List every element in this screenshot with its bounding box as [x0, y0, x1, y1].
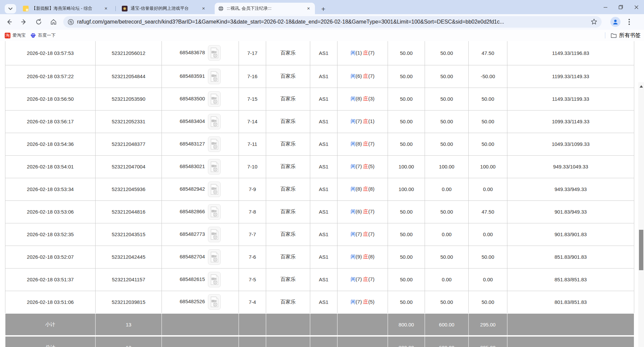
- video-replay-button[interactable]: [208, 294, 221, 310]
- cell-bet-id: 523212044816: [96, 200, 162, 223]
- cell-round: 7-11: [239, 133, 266, 155]
- video-replay-button[interactable]: [208, 114, 221, 129]
- cell-game-no: 685483500: [162, 88, 239, 110]
- cell-bet-id: 523212045936: [96, 178, 162, 200]
- video-replay-button[interactable]: [208, 45, 221, 61]
- video-replay-button[interactable]: [208, 249, 221, 265]
- cell-account: AS1: [310, 291, 337, 313]
- table-row: 2026-02-18 03:54:01523212047004685483021…: [5, 155, 634, 178]
- tab-close-icon[interactable]: ×: [306, 5, 312, 11]
- video-replay-button[interactable]: [208, 69, 221, 84]
- summary-empty-cell: [310, 313, 337, 336]
- tab-tongbao[interactable]: 通宝-信誉最好的网上游戏平台 ×: [118, 3, 210, 14]
- video-replay-button[interactable]: [208, 204, 221, 220]
- reload-button[interactable]: [33, 16, 44, 28]
- site-info-icon[interactable]: [68, 19, 74, 25]
- summary-empty-cell: [239, 313, 266, 336]
- bookmark-aitaobao[interactable]: 淘 爱淘宝: [5, 32, 26, 38]
- table-row: 2026-02-18 03:52:35523212043515685482773…: [5, 223, 634, 246]
- profile-avatar[interactable]: [610, 17, 620, 27]
- cell-game-type: 百家乐: [266, 178, 310, 200]
- cell-round: 7-7: [239, 223, 266, 246]
- cell-balance: 1099.33/1149.33: [507, 110, 634, 133]
- cell-bet-amount: 50.00: [388, 246, 425, 268]
- player-points: (6): [356, 73, 363, 79]
- tab-close-icon[interactable]: ×: [103, 5, 109, 11]
- cell-account: AS1: [310, 41, 337, 65]
- video-replay-button[interactable]: [208, 91, 221, 107]
- video-replay-button[interactable]: [208, 227, 221, 242]
- cell-win-loss: 50.00: [469, 88, 507, 110]
- cell-game-no: 685482773: [162, 223, 239, 246]
- banker-label: 庄: [363, 254, 368, 259]
- home-button[interactable]: [48, 16, 59, 28]
- banker-points: (7): [368, 276, 374, 282]
- browser-menu-button[interactable]: [625, 18, 633, 26]
- all-bookmarks[interactable]: 所有书签: [605, 30, 641, 41]
- player-points: (7): [356, 231, 363, 237]
- scrollbar-up-arrow[interactable]: [638, 84, 644, 89]
- svg-text:du: du: [32, 35, 34, 37]
- table-row: 2026-02-18 03:56:17523212052331685483404…: [5, 110, 634, 133]
- cell-account: AS1: [310, 268, 337, 291]
- cell-balance: 949.33/949.33: [507, 178, 634, 200]
- cell-valid-amount: 50.00: [425, 110, 469, 133]
- cell-game-no: 685483021: [162, 155, 239, 178]
- scrollbar-thumb[interactable]: [639, 230, 643, 270]
- player-points: (8): [356, 141, 363, 147]
- cell-valid-amount: 100.00: [425, 155, 469, 178]
- player-points: (1): [356, 50, 363, 56]
- tab-title: 【新提醒】海燕策略论坛 - 综合: [32, 5, 100, 11]
- home-icon: [50, 19, 57, 25]
- cell-valid-amount: 50.00: [425, 41, 469, 65]
- cell-win-loss: 47.50: [469, 200, 507, 223]
- bookmark-baidu[interactable]: du 百度一下: [30, 32, 56, 38]
- tab-title: :::视讯, 会员下注纪录:::: [227, 5, 303, 11]
- cell-bet-amount: 50.00: [388, 41, 425, 65]
- cell-account: AS1: [310, 65, 337, 88]
- bookmark-star-icon[interactable]: [591, 18, 598, 27]
- cell-account: AS1: [310, 246, 337, 268]
- minimize-button[interactable]: [598, 0, 613, 14]
- cell-game-type: 百家乐: [266, 65, 310, 88]
- back-button[interactable]: [3, 16, 15, 28]
- cell-balance: 1149.33/1199.33: [507, 88, 634, 110]
- banker-points: (5): [368, 299, 374, 305]
- cell-bet-time: 2026-02-18 03:54:36: [5, 133, 96, 155]
- cell-round: 7-15: [239, 88, 266, 110]
- cell-bet-content: 闲(9) 庄(8): [337, 246, 388, 268]
- banker-points: (8): [368, 186, 374, 192]
- cell-bet-id: 523212054844: [96, 65, 162, 88]
- restore-button[interactable]: [613, 0, 629, 14]
- table-row: 2026-02-18 03:53:06523212044816685482866…: [5, 200, 634, 223]
- forward-button[interactable]: [18, 16, 30, 28]
- tab-search-button[interactable]: [5, 4, 16, 13]
- cell-game-no: 685482615: [162, 268, 239, 291]
- url-bar[interactable]: rafugf.com/game/betrecord_search/kind3?B…: [63, 16, 602, 28]
- close-window-button[interactable]: [629, 0, 644, 14]
- cell-bet-time: 2026-02-18 03:53:34: [5, 178, 96, 200]
- video-replay-button[interactable]: [208, 272, 221, 287]
- cell-bet-content: 闲(7) 庄(7): [337, 223, 388, 246]
- cell-valid-amount: 50.00: [425, 246, 469, 268]
- emblem-favicon-icon: [122, 6, 128, 11]
- video-replay-button[interactable]: [208, 182, 221, 197]
- player-label: 闲: [351, 209, 356, 214]
- cell-bet-id: 523212041157: [96, 268, 162, 291]
- tab-close-icon[interactable]: ×: [201, 5, 207, 11]
- new-tab-button[interactable]: +: [319, 4, 328, 14]
- tab-bet-record-active[interactable]: :::视讯, 会员下注纪录::: ×: [215, 3, 315, 14]
- tab-forum[interactable]: 【新提醒】海燕策略论坛 - 综合 ×: [20, 3, 112, 14]
- player-label: 闲: [351, 276, 356, 282]
- cell-bet-content: 闲(7) 庄(5): [337, 155, 388, 178]
- video-record-icon: [210, 48, 219, 58]
- summary-count: 13: [96, 336, 162, 347]
- game-no-text: 685482615: [180, 276, 205, 282]
- scrollbar[interactable]: [638, 82, 644, 347]
- summary-label: 小计: [5, 313, 96, 336]
- player-points: (7): [356, 163, 363, 169]
- url-text[interactable]: rafugf.com/game/betrecord_search/kind3?B…: [77, 19, 504, 25]
- video-replay-button[interactable]: [208, 159, 221, 175]
- cell-valid-amount: 0.00: [425, 268, 469, 291]
- video-replay-button[interactable]: [208, 136, 221, 152]
